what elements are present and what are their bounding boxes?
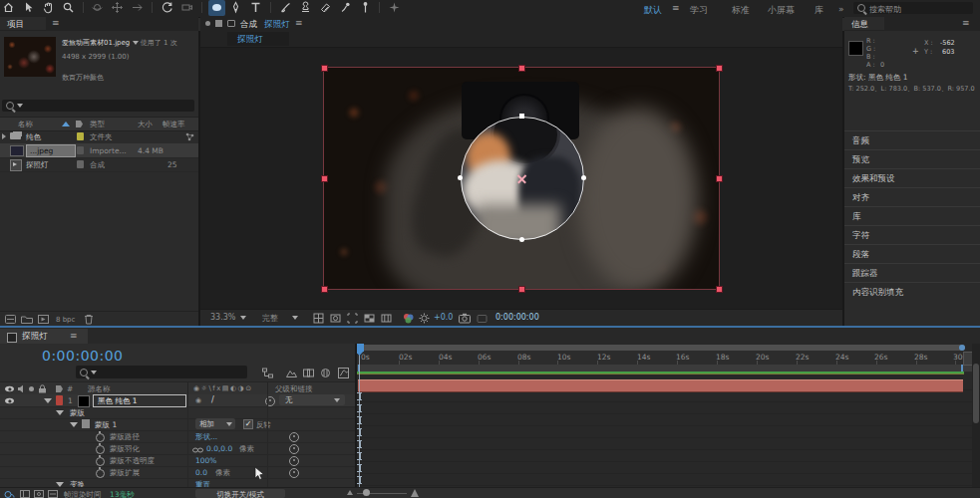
comp-frame[interactable] xyxy=(324,68,719,289)
workspace-tab-standard[interactable]: 标准 xyxy=(732,4,750,17)
frame-blending-icon[interactable] xyxy=(302,367,315,381)
label-chip[interactable] xyxy=(77,146,84,154)
panel-align[interactable]: 对齐 xyxy=(844,187,980,207)
region-of-interest-icon[interactable] xyxy=(346,312,359,327)
parent-dropdown[interactable]: 无 xyxy=(279,394,345,405)
layer-duration-bar[interactable] xyxy=(358,379,963,392)
mask-vertex-top[interactable] xyxy=(519,114,524,119)
mask-expansion-value[interactable]: 0.0 xyxy=(195,468,207,477)
hand-tool-icon[interactable] xyxy=(40,0,57,16)
panel-effects-presets[interactable]: 效果和预设 xyxy=(844,168,980,188)
in-out-pane-toggle[interactable] xyxy=(48,490,58,498)
viewer-area[interactable] xyxy=(200,48,842,309)
panel-square-icon[interactable] xyxy=(215,20,222,27)
layer-handle-bc[interactable] xyxy=(518,286,525,293)
panel-dot-icon[interactable] xyxy=(205,21,210,26)
camera-tool-icon[interactable] xyxy=(178,0,195,16)
shape-tool-icon[interactable] xyxy=(208,0,225,16)
anchor-point-icon[interactable] xyxy=(516,173,527,184)
mask-feather-value[interactable]: 0.0,0.0 xyxy=(206,444,232,453)
project-search-field[interactable] xyxy=(2,100,194,112)
timeline-tab[interactable]: 探照灯 ≡ xyxy=(0,329,88,344)
show-channel-icon[interactable] xyxy=(402,312,415,327)
clone-stamp-tool-icon[interactable] xyxy=(297,0,314,16)
col-fps[interactable]: 帧速率 xyxy=(163,120,185,129)
color-depth-button[interactable]: 8 bpc xyxy=(56,316,75,324)
magnification-caret-icon[interactable] xyxy=(240,316,246,320)
mask-visibility-icon[interactable] xyxy=(329,312,342,327)
label-column-icon[interactable] xyxy=(76,121,83,127)
mask-vertex-right[interactable] xyxy=(581,175,586,180)
property-pickwhip-icon[interactable] xyxy=(289,432,299,442)
switches-column-icons[interactable]: ◉☼\fx▤◐◑⊙ xyxy=(193,384,253,392)
composition-name[interactable]: 探照灯 xyxy=(264,19,290,31)
search-options-caret-icon[interactable] xyxy=(17,104,23,108)
new-composition-icon[interactable] xyxy=(38,315,49,326)
workspace-overflow[interactable]: » xyxy=(838,4,844,14)
composition-mini-flowchart-icon[interactable] xyxy=(261,367,274,381)
zoom-in-mountain-icon[interactable] xyxy=(411,489,419,497)
layer-shy-switch[interactable]: ◉ xyxy=(195,396,201,404)
exposure-value[interactable]: +0.0 xyxy=(434,313,453,322)
stopwatch-icon[interactable] xyxy=(96,457,105,466)
twirl-right-icon[interactable] xyxy=(2,133,6,139)
panel-character[interactable]: 字符 xyxy=(844,225,980,245)
info-tab[interactable]: 信息 xyxy=(844,17,884,30)
type-tool-icon[interactable] xyxy=(247,0,264,16)
snail-render-time-icon[interactable] xyxy=(4,490,15,498)
draft-3d-icon[interactable] xyxy=(285,367,298,381)
transfer-controls-pane-toggle[interactable] xyxy=(34,490,44,498)
show-snapshot-icon[interactable] xyxy=(476,312,489,327)
label-chip[interactable] xyxy=(77,132,84,140)
panel-content-aware-fill[interactable]: 内容识别填充 xyxy=(844,282,980,302)
panel-libraries[interactable]: 库 xyxy=(844,206,980,226)
mask1-twirl-icon[interactable] xyxy=(70,422,78,427)
help-search-field[interactable]: 搜索帮助 xyxy=(853,2,973,14)
snapshot-camera-icon[interactable] xyxy=(458,312,472,327)
layer-handle-tr[interactable] xyxy=(716,65,723,72)
workspace-menu-icon[interactable]: ≡ xyxy=(672,3,680,13)
layer-handle-ml[interactable] xyxy=(321,175,328,182)
orbit-camera-tool-icon[interactable] xyxy=(89,0,106,16)
workspace-tab-small-screen[interactable]: 小屏幕 xyxy=(768,4,795,17)
timeline-scrollbar[interactable] xyxy=(972,344,980,487)
grid-guides-icon[interactable] xyxy=(312,312,325,327)
panel-preview[interactable]: 预览 xyxy=(844,149,980,169)
scrollbar-thumb[interactable] xyxy=(973,364,979,423)
masks-twirl-icon[interactable] xyxy=(56,410,64,415)
brush-tool-icon[interactable] xyxy=(277,0,294,16)
sort-ascending-icon[interactable] xyxy=(62,122,70,126)
col-name[interactable]: 名称 xyxy=(18,120,33,129)
composition-panel-menu-icon[interactable]: ≡ xyxy=(295,18,303,28)
property-pickwhip-icon[interactable] xyxy=(289,444,299,454)
layer-handle-tc[interactable] xyxy=(518,65,525,72)
layer-visibility-eye-icon[interactable] xyxy=(5,397,14,403)
toggle-switches-modes-button[interactable]: 切换开关/模式 xyxy=(195,489,285,498)
panel-audio[interactable]: 音频 xyxy=(844,130,980,150)
stopwatch-icon[interactable] xyxy=(96,433,105,442)
layer-twirl-icon[interactable] xyxy=(44,398,52,403)
mask-path-value[interactable]: 形状... xyxy=(195,432,217,442)
layer-quality-switch[interactable]: / xyxy=(211,395,214,404)
exposure-icon[interactable] xyxy=(418,312,431,327)
zoom-tool-icon[interactable] xyxy=(60,0,77,16)
table-row-solids[interactable]: 纯色 文件夹 xyxy=(0,129,198,144)
time-ruler[interactable]: 0s 02s 04s 06s 08s 10s 12s 14s 16s 18s 2… xyxy=(357,351,972,366)
video-column-icon[interactable] xyxy=(5,386,14,392)
roto-brush-tool-icon[interactable] xyxy=(337,0,354,16)
label-column-icon[interactable] xyxy=(56,385,63,392)
timeline-graph-area[interactable]: 0s 02s 04s 06s 08s 10s 12s 14s 16s 18s 2… xyxy=(357,344,972,487)
timeline-zoom-knob[interactable] xyxy=(363,489,370,496)
table-row-jpeg-selected[interactable]: ...jpeg Importe... 4.4 MB xyxy=(0,143,198,158)
source-name-column[interactable]: 源名称 xyxy=(88,384,111,394)
index-column[interactable]: # xyxy=(67,384,73,393)
pen-tool-icon[interactable] xyxy=(227,0,244,16)
mask-opacity-value[interactable]: 100% xyxy=(195,456,216,465)
panel-tracker[interactable]: 跟踪器 xyxy=(844,263,980,283)
lock-icon[interactable] xyxy=(227,20,235,27)
resolution-value[interactable]: 完整 xyxy=(262,313,278,324)
layer-switches-pane-toggle[interactable] xyxy=(20,490,30,498)
comp-marker-button[interactable] xyxy=(963,352,972,366)
workspace-tab-learn[interactable]: 学习 xyxy=(690,4,708,17)
info-panel-menu-icon[interactable]: ≡ xyxy=(962,18,970,28)
